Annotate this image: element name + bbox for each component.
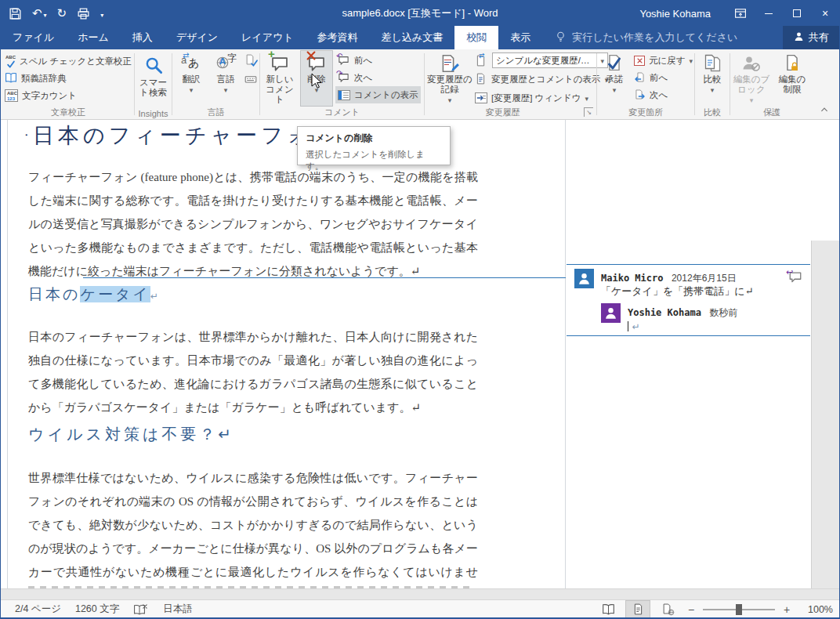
new-comment-icon: + [270, 53, 290, 74]
tracking-dialog-launcher-icon[interactable]: ↘ [584, 107, 593, 117]
proofing-language-icon[interactable] [244, 54, 259, 68]
group-comments: + 新しいコメント 削除 ↶ 前へ [260, 49, 424, 119]
tab-view[interactable]: 表示 [498, 26, 542, 49]
group-tracking: 変更履歴の記録 ⇄ シンプルな変更履歴/… [425, 49, 596, 119]
tab-review[interactable]: 校閲 [454, 26, 498, 49]
tab-insert[interactable]: 挿入 [121, 26, 165, 49]
comment-avatar [574, 269, 594, 288]
dropdown-caret [613, 85, 617, 96]
language-button[interactable]: A 字 言語 [210, 51, 241, 106]
print-layout-icon[interactable] [626, 601, 650, 618]
restrict-editing-button[interactable]: 編集の制限 [774, 51, 810, 106]
paragraph-1[interactable]: フィーチャーフォン (feature phone)とは、携帯電話の端末のうち、一… [28, 165, 478, 283]
account-user-name[interactable]: Yoshie Kohama [639, 8, 711, 20]
thesaurus-button[interactable]: 類義語辞典 [2, 70, 134, 87]
ime-keyboard-icon[interactable] [244, 73, 259, 87]
group-insights: スマート検索 Insights [135, 49, 172, 119]
next-change-icon [634, 89, 646, 100]
smart-lookup-button[interactable]: スマート検索 [136, 51, 171, 106]
group-label-comments: コメント [260, 107, 424, 118]
ribbon-display-options-icon[interactable] [726, 1, 755, 26]
accept-button[interactable]: 承諾 [599, 51, 630, 106]
group-changes: 承諾 元に戻す 前へ [597, 49, 694, 119]
next-comment-button[interactable]: ↷ 次へ [335, 69, 421, 86]
horizontal-scroll-strip[interactable] [1, 588, 840, 599]
page-left-edge [7, 120, 8, 588]
word-count-button[interactable]: ABC123 文字カウント [2, 87, 134, 104]
web-layout-icon[interactable] [656, 601, 679, 618]
status-bar: 2/4 ページ 1260 文字 日本語 − + 100% [1, 599, 840, 618]
commented-text-highlight[interactable]: ケータイ [80, 286, 150, 302]
group-label-insights: Insights [135, 109, 172, 118]
zoom-in-button[interactable]: + [781, 603, 792, 616]
ribbon-tab-row: ファイル ホーム 挿入 デザイン レイアウト 参考資料 差し込み文書 校閲 表示… [1, 26, 839, 49]
heading-1[interactable]: ・ 日本のフィーチャーフォン [21, 121, 338, 150]
accept-icon [604, 53, 625, 74]
tab-home[interactable]: ホーム [66, 26, 121, 49]
group-label-changes: 変更箇所 [597, 107, 694, 118]
tab-file[interactable]: ファイル [1, 26, 66, 49]
block-authors-button: 編集のブロック [732, 51, 771, 106]
previous-comment-button[interactable]: ↶ 前へ [335, 52, 421, 69]
proofing-status-icon[interactable] [133, 603, 149, 616]
thesaurus-icon [5, 71, 17, 85]
compare-icon [701, 53, 723, 74]
comment-date: 2012年6月15日 [672, 273, 737, 284]
tell-me-box[interactable]: 実行したい作業を入力してください [555, 26, 737, 49]
show-markup-button[interactable]: 変更履歴とコメントの表示 [475, 71, 608, 88]
spell-check-button[interactable]: ABC スペル チェックと文章校正 [2, 52, 134, 70]
minimize-button[interactable] [755, 1, 783, 26]
page-indicator[interactable]: 2/4 ページ [15, 603, 61, 616]
tab-mailings[interactable]: 差し込み文書 [370, 26, 455, 49]
language-indicator[interactable]: 日本語 [163, 603, 193, 616]
comment-author[interactable]: Maiko Micro [601, 273, 663, 284]
dropdown-caret [690, 56, 693, 65]
maximize-button[interactable] [783, 1, 811, 26]
show-comments-button[interactable]: コメントの表示 [335, 86, 421, 103]
group-protect: 編集のブロック 編集の制限 保護 [730, 49, 813, 119]
paragraph-3[interactable]: 世界標準仕様ではないため、ウイルスに感染する危険性は低いです。フィーチャーフォン… [28, 466, 478, 588]
vertical-scrollbar[interactable] [811, 241, 839, 588]
outline-bullet: ・ [21, 129, 31, 143]
reply-icon[interactable]: ↩ [787, 270, 802, 284]
group-label-tracking: 変更履歴 [425, 107, 581, 118]
group-compare: 比較 比較 [695, 49, 730, 119]
tab-references[interactable]: 参考資料 [306, 26, 370, 49]
group-label-compare: 比較 [695, 107, 730, 118]
reviewing-pane-button[interactable]: [変更履歴] ウィンドウ [475, 89, 608, 107]
display-for-review-combo[interactable]: ⇄ シンプルな変更履歴/… [475, 52, 608, 69]
collapse-ribbon-icon[interactable] [819, 105, 830, 116]
word-count-indicator[interactable]: 1260 文字 [75, 603, 119, 616]
zoom-out-button[interactable]: − [686, 603, 697, 616]
track-changes-button[interactable]: 変更履歴の記録 [427, 51, 472, 106]
previous-change-icon [634, 72, 646, 83]
comment-text[interactable]: 「ケータイ」を「携帯電話」に↵ [601, 284, 753, 299]
zoom-level[interactable]: 100% [798, 604, 833, 615]
mouse-cursor [311, 73, 324, 93]
dropdown-caret [711, 85, 715, 96]
reject-button[interactable]: 元に戻す [632, 52, 695, 69]
reply-author[interactable]: Yoshie Kohama [628, 307, 701, 318]
tab-layout[interactable]: レイアウト [230, 26, 306, 49]
paragraph-2[interactable]: 日本のフィーチャーフォンは、世界標準からかけ離れた、日本人向けに開発された独自の… [28, 325, 478, 419]
translate-button[interactable]: a あ ⇄ 翻訳 [174, 51, 208, 106]
heading-2[interactable]: 日本のケータイ↵ [28, 284, 158, 305]
tab-design[interactable]: デザイン [165, 26, 230, 49]
zoom-slider[interactable] [703, 609, 775, 610]
group-language: a あ ⇄ 翻訳 A 字 言語 [172, 49, 259, 119]
dropdown-caret [750, 95, 754, 106]
next-change-button[interactable]: 次へ [632, 86, 695, 103]
share-button[interactable]: 共有 [783, 26, 839, 49]
block-authors-icon [741, 53, 762, 74]
ribbon: ABC スペル チェックと文章校正 類義語辞典 ABC123 文字カウント 文章… [1, 49, 839, 120]
previous-change-button[interactable]: 前へ [632, 69, 695, 86]
read-mode-icon[interactable] [596, 601, 620, 618]
comment-card[interactable]: Maiko Micro 2012年6月15日 「ケータイ」を「携帯電話」に↵ ↩… [567, 264, 810, 336]
tooltip-title: コメントの削除 [306, 132, 442, 145]
compare-button[interactable]: 比較 [696, 51, 729, 106]
new-comment-button[interactable]: + 新しいコメント [262, 51, 298, 106]
heading-3[interactable]: ウイルス対策は不要？↵ [28, 424, 234, 445]
close-button[interactable]: × [811, 1, 839, 26]
zoom-slider-thumb[interactable] [736, 604, 742, 615]
tooltip-description: 選択したコメントを削除します。 [306, 149, 442, 172]
